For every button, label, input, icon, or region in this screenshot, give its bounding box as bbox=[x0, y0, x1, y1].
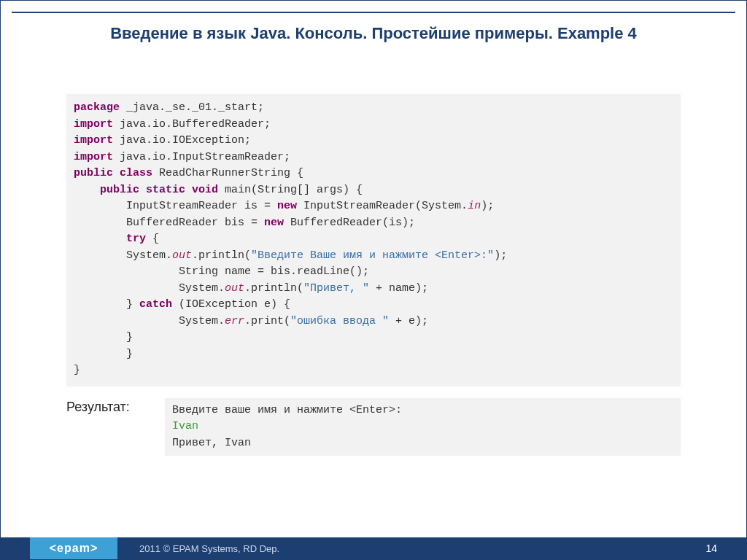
code-text: java.io.IOException; bbox=[113, 134, 251, 147]
code-text: ); bbox=[481, 200, 494, 212]
footer-bar: <epam> 2011 © EPAM Systems, RD Dep. 14 bbox=[1, 537, 746, 559]
code-pad bbox=[74, 233, 126, 245]
code-text: InputStreamReader is = bbox=[126, 200, 277, 212]
field-out: out bbox=[172, 249, 192, 262]
code-text: System. bbox=[126, 249, 172, 262]
code-pad bbox=[74, 282, 179, 295]
code-text: (IOException e) { bbox=[172, 298, 290, 311]
code-text: ); bbox=[494, 249, 507, 262]
result-input: Ivan bbox=[172, 420, 198, 432]
code-text: ReadCharRunnerString { bbox=[152, 167, 303, 179]
kw-public: public bbox=[74, 167, 113, 179]
field-out: out bbox=[225, 282, 244, 295]
code-block: package _java._se._01._start; import jav… bbox=[66, 94, 681, 386]
code-pad bbox=[74, 249, 126, 262]
code-pad bbox=[74, 184, 100, 196]
kw-new: new bbox=[277, 200, 297, 212]
code-text: } bbox=[74, 331, 133, 343]
code-text: + e); bbox=[389, 315, 428, 327]
code-pad bbox=[74, 265, 179, 278]
code-pad bbox=[74, 200, 126, 212]
code-text: } bbox=[74, 348, 133, 360]
string-literal: "Привет, " bbox=[303, 282, 369, 295]
code-text: } bbox=[126, 298, 139, 311]
footer-copyright: 2011 © EPAM Systems, RD Dep. bbox=[139, 543, 279, 554]
code-text: + name); bbox=[369, 282, 428, 295]
code-text: .print( bbox=[244, 315, 290, 327]
kw-void: void bbox=[192, 184, 218, 196]
result-block: Введите ваше имя и нажмите <Enter>: Ivan… bbox=[165, 398, 681, 456]
result-row: Результат: Введите ваше имя и нажмите <E… bbox=[66, 398, 681, 456]
kw-static: static bbox=[146, 184, 185, 196]
code-text: main(String[] args) { bbox=[218, 184, 363, 196]
code-text: System. bbox=[179, 282, 225, 295]
code-text: .println( bbox=[192, 249, 251, 262]
kw-import: import bbox=[74, 118, 113, 131]
kw-public: public bbox=[100, 184, 139, 196]
kw-import: import bbox=[74, 151, 113, 163]
code-text: java.io.BufferedReader; bbox=[113, 118, 271, 131]
string-literal: "ошибка ввода " bbox=[290, 315, 389, 327]
kw-try: try bbox=[126, 233, 146, 245]
code-text: { bbox=[146, 233, 159, 245]
code-text: java.io.InputStreamReader; bbox=[113, 151, 290, 163]
code-text: BufferedReader(is); bbox=[284, 217, 415, 229]
code-text: } bbox=[74, 364, 80, 376]
code-pad bbox=[74, 315, 179, 327]
epam-logo: <epam> bbox=[30, 537, 117, 559]
string-literal: "Введите Ваше имя и нажмите <Enter>:" bbox=[251, 249, 494, 262]
field-in: in bbox=[468, 200, 481, 212]
code-text: .println( bbox=[244, 282, 303, 295]
page-number: 14 bbox=[705, 542, 717, 554]
code-text: String name = bis.readLine(); bbox=[179, 265, 369, 278]
kw-new: new bbox=[264, 217, 284, 229]
code-text: BufferedReader bis = bbox=[126, 217, 264, 229]
kw-class: class bbox=[120, 167, 152, 179]
result-label: Результат: bbox=[66, 398, 150, 415]
header-line bbox=[12, 12, 735, 13]
kw-import: import bbox=[74, 134, 113, 147]
kw-catch: catch bbox=[139, 298, 172, 311]
code-text: System. bbox=[179, 315, 225, 327]
slide-content: package _java._se._01._start; import jav… bbox=[1, 94, 746, 456]
field-err: err bbox=[225, 315, 244, 327]
code-pad bbox=[74, 298, 126, 311]
kw-package: package bbox=[74, 101, 120, 114]
slide-title: Введение в язык Java. Консоль. Простейши… bbox=[1, 1, 746, 43]
result-line: Привет, Ivan bbox=[172, 437, 251, 449]
result-line: Введите ваше имя и нажмите <Enter>: bbox=[172, 404, 402, 416]
code-pad bbox=[74, 217, 126, 229]
code-text: _java._se._01._start; bbox=[120, 101, 264, 114]
code-text: InputStreamReader(System. bbox=[297, 200, 468, 212]
